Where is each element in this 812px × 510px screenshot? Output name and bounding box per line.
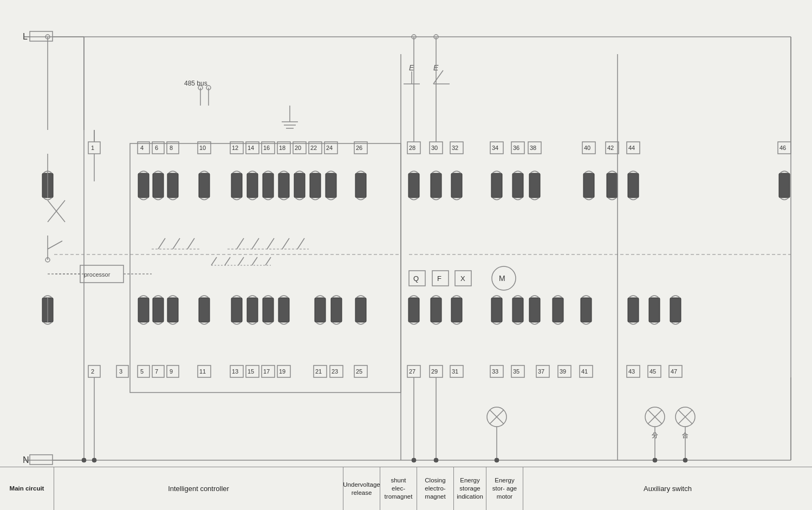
main-circuit-label: Main circuit — [10, 484, 44, 493]
svg-text:5: 5 — [140, 368, 144, 375]
svg-rect-154 — [294, 173, 305, 198]
svg-text:9: 9 — [170, 368, 173, 375]
svg-rect-162 — [315, 298, 326, 322]
svg-text:41: 41 — [581, 368, 588, 375]
svg-text:42: 42 — [607, 145, 614, 151]
svg-text:23: 23 — [332, 368, 338, 375]
svg-rect-142 — [138, 173, 149, 198]
svg-text:13: 13 — [232, 368, 238, 375]
svg-rect-153 — [278, 173, 289, 198]
footer-shunt: shunt elec- tromagnet — [380, 467, 417, 510]
svg-rect-160 — [263, 298, 274, 322]
circuit-diagram-svg: L N 485 bus E — [0, 0, 812, 510]
svg-text:45: 45 — [649, 368, 656, 375]
svg-text:10: 10 — [199, 145, 206, 151]
svg-rect-152 — [263, 173, 274, 198]
svg-rect-169 — [512, 173, 523, 198]
svg-rect-168 — [491, 173, 502, 198]
svg-text:X: X — [460, 274, 465, 283]
svg-rect-156 — [326, 173, 336, 198]
svg-text:15: 15 — [248, 368, 254, 375]
svg-rect-175 — [512, 298, 523, 322]
svg-point-235 — [82, 458, 86, 462]
svg-rect-147 — [167, 298, 178, 322]
intelligent-controller-label: Intelligent controller — [168, 485, 229, 493]
energy-motor-label: Energy stor- age motor — [490, 476, 519, 501]
svg-text:1: 1 — [91, 145, 94, 151]
footer-undervoltage: Undervoltage release — [343, 467, 380, 510]
svg-rect-177 — [553, 298, 563, 322]
svg-rect-182 — [779, 173, 790, 198]
shunt-label: shunt elec- tromagnet — [384, 476, 413, 501]
svg-rect-181 — [628, 173, 639, 198]
svg-rect-164 — [355, 298, 366, 322]
svg-point-221 — [683, 458, 687, 462]
bus-label: 485 bus — [184, 80, 207, 87]
svg-text:11: 11 — [199, 368, 206, 375]
svg-text:4: 4 — [140, 145, 144, 151]
svg-rect-157 — [355, 173, 366, 198]
svg-text:30: 30 — [431, 145, 438, 151]
svg-rect-145 — [138, 298, 149, 322]
svg-text:14: 14 — [248, 145, 254, 151]
svg-text:35: 35 — [513, 368, 519, 375]
svg-rect-170 — [529, 173, 540, 198]
svg-rect-183 — [628, 298, 639, 322]
closing-label: Closing electro- magnet — [420, 476, 450, 501]
svg-rect-185 — [670, 298, 681, 322]
svg-text:22: 22 — [310, 145, 317, 151]
svg-text:32: 32 — [452, 145, 458, 151]
svg-rect-143 — [153, 173, 164, 198]
svg-text:18: 18 — [279, 145, 285, 151]
svg-text:16: 16 — [263, 145, 270, 151]
svg-rect-172 — [431, 298, 441, 322]
svg-rect-150 — [231, 173, 242, 198]
svg-text:28: 28 — [409, 145, 415, 151]
svg-text:19: 19 — [279, 368, 285, 375]
svg-text:26: 26 — [356, 145, 362, 151]
svg-text:21: 21 — [315, 368, 322, 375]
footer-energy-indication: Energy storage indication — [454, 467, 486, 510]
svg-rect-161 — [278, 298, 289, 322]
undervoltage-label: Undervoltage release — [343, 481, 380, 497]
svg-rect-155 — [310, 173, 321, 198]
svg-text:40: 40 — [584, 145, 590, 151]
footer-energy-motor: Energy stor- age motor — [486, 467, 523, 510]
svg-text:3: 3 — [119, 368, 122, 375]
svg-text:17: 17 — [263, 368, 270, 375]
svg-rect-148 — [199, 173, 210, 198]
svg-text:33: 33 — [492, 368, 498, 375]
svg-rect-173 — [451, 298, 462, 322]
svg-text:47: 47 — [671, 368, 677, 375]
svg-rect-171 — [408, 298, 419, 322]
svg-text:M: M — [499, 274, 505, 283]
svg-text:Q: Q — [413, 274, 419, 283]
svg-text:20: 20 — [295, 145, 301, 151]
svg-rect-0 — [0, 22, 812, 488]
svg-point-215 — [434, 458, 438, 462]
svg-rect-151 — [247, 173, 258, 198]
svg-text:F: F — [437, 274, 441, 283]
svg-point-219 — [653, 458, 657, 462]
svg-text:38: 38 — [530, 145, 536, 151]
svg-text:7: 7 — [155, 368, 158, 375]
svg-rect-184 — [649, 298, 660, 322]
svg-rect-163 — [331, 298, 342, 322]
svg-text:6: 6 — [155, 145, 158, 151]
footer-bar: Main circuit Intelligent controller Unde… — [0, 467, 812, 510]
svg-text:43: 43 — [628, 368, 635, 375]
svg-rect-165 — [408, 173, 419, 198]
svg-rect-179 — [583, 173, 594, 198]
svg-rect-166 — [431, 173, 441, 198]
svg-rect-149 — [199, 298, 210, 322]
svg-text:27: 27 — [409, 368, 415, 375]
svg-rect-159 — [247, 298, 258, 322]
svg-rect-176 — [529, 298, 540, 322]
footer-main-circuit: Main circuit — [0, 467, 54, 510]
svg-point-217 — [495, 458, 499, 462]
svg-text:39: 39 — [560, 368, 566, 375]
svg-text:8: 8 — [170, 145, 173, 151]
diagram-container: L N 485 bus E — [0, 0, 812, 510]
svg-point-213 — [412, 458, 416, 462]
energy-indication-label: Energy storage indication — [457, 476, 483, 501]
